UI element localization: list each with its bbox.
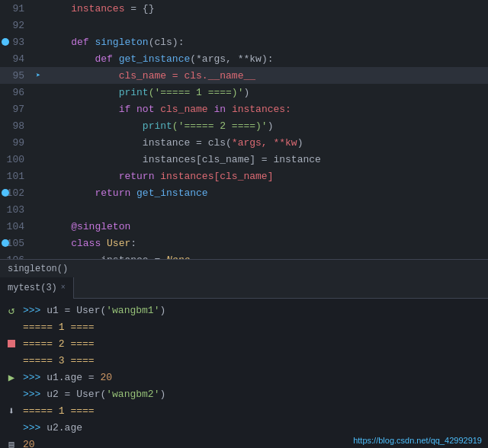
code-content: print('===== 1 ====)') [44,87,249,98]
terminal-line: ===== 2 ==== [0,335,488,352]
print-icon[interactable]: ▤ [8,439,14,449]
terminal-area: mytest(3) × ↺>>> u1 = User('wangbm1')===… [0,277,488,448]
code-line: 104 @singleton [0,218,488,235]
line-number: 94 [0,53,32,65]
terminal-text: ===== 3 ==== [23,355,95,366]
terminal-line: ===== 3 ==== [0,352,488,369]
line-number: 106 [0,254,32,260]
code-content: if not cls_name in instances: [44,104,291,115]
code-content: class User: [44,238,136,249]
download-icon[interactable]: ⬇ [8,405,14,418]
terminal-line: ⬇===== 1 ==== [0,402,488,419]
code-line: 96 print('===== 1 ====)') [0,84,488,101]
tab-label: mytest(3) [8,283,57,293]
code-line: 97 if not cls_name in instances: [0,101,488,117]
stop-icon[interactable] [8,340,15,347]
terminal-text: >>> u2.age [23,422,82,434]
terminal-tab[interactable]: mytest(3) × [0,277,74,299]
code-content: instances = {} [44,3,154,14]
code-line: 101 return instances[cls_name] [0,168,488,184]
code-content: def singleton(cls): [44,37,184,48]
code-content: return instances[cls_name] [44,171,273,182]
line-number: 102 [0,187,32,199]
terminal-gutter[interactable] [0,340,23,347]
terminal-gutter[interactable]: ▶ [0,371,23,384]
breakpoint-dot [2,189,9,197]
line-number: 95 [0,70,32,82]
terminal-text: ===== 1 ==== [23,322,95,333]
code-line: 93 def singleton(cls): [0,34,488,50]
line-number: 97 [0,104,32,115]
code-line: 99 instance = cls(*args, **kw) [0,134,488,151]
rerun-icon[interactable]: ↺ [8,304,14,317]
code-content: cls_name = cls.__name__ [44,70,255,82]
code-content: _instance = None [44,254,190,260]
code-lines: 91 instances = {}9293 def singleton(cls)… [0,0,488,259]
status-bar: singleton() [0,259,488,277]
breakpoint-dot [2,239,9,247]
watermark: https://blog.csdn.net/qq_42992919 [353,436,482,445]
terminal-line: ▶>>> u1.age = 20 [0,369,488,386]
run-icon[interactable]: ▶ [8,371,14,384]
code-content: instances[cls_name] = instance [44,154,321,165]
code-line: 98 print('===== 2 ====)') [0,117,488,134]
terminal-text: ===== 2 ==== [23,338,95,350]
line-number: 104 [0,221,32,232]
terminal-text: >>> u1 = User('wangbm1') [23,305,165,316]
line-number: 96 [0,87,32,98]
line-number: 101 [0,171,32,182]
terminal-content: ↺>>> u1 = User('wangbm1')===== 1 =======… [0,299,488,448]
editor-area: 91 instances = {}9293 def singleton(cls)… [0,0,488,259]
code-content: return get_instance [44,187,208,199]
code-line: 106 _instance = None [0,251,488,259]
code-line: 102 return get_instance [0,184,488,201]
line-number: 92 [0,20,32,31]
status-text: singleton() [8,264,68,274]
terminal-line: ↺>>> u1 = User('wangbm1') [0,302,488,318]
line-number: 105 [0,238,32,249]
line-number: 98 [0,120,32,132]
terminal-gutter[interactable]: ▤ [0,439,23,449]
code-content: def get_instance(*args, **kw): [44,53,273,65]
terminal-tabs: mytest(3) × [0,277,488,299]
terminal-text: ===== 1 ==== [23,405,95,417]
terminal-text: >>> u2 = User('wangbm2') [23,389,165,400]
code-content: instance = cls(*args, **kw) [44,137,303,149]
gutter-icon: ➤ [32,71,44,80]
breakpoint-dot [2,38,9,46]
line-number: 103 [0,204,32,216]
code-line: 100 instances[cls_name] = instance [0,151,488,168]
terminal-line: >>> u2.age [0,419,488,436]
terminal-text: >>> u1.age = 20 [23,372,112,383]
code-content: @singleton [44,221,130,232]
code-line: 92 [0,17,488,34]
arrow-icon: ➤ [36,72,40,80]
terminal-gutter[interactable]: ↺ [0,304,23,317]
code-line: 103 [0,201,488,218]
code-line: 91 instances = {} [0,0,488,17]
code-line: 95➤ cls_name = cls.__name__ [0,67,488,84]
code-line: 94 def get_instance(*args, **kw): [0,50,488,67]
terminal-line: >>> u2 = User('wangbm2') [0,386,488,402]
line-number: 93 [0,37,32,48]
line-number: 91 [0,3,32,14]
terminal-line: ===== 1 ==== [0,318,488,335]
tab-close-icon[interactable]: × [61,283,66,292]
code-content: print('===== 2 ====)') [44,120,273,132]
line-number: 99 [0,137,32,149]
line-number: 100 [0,154,32,165]
terminal-gutter[interactable]: ⬇ [0,405,23,418]
code-line: 105 class User: [0,235,488,251]
terminal-text: 20 [23,439,35,449]
